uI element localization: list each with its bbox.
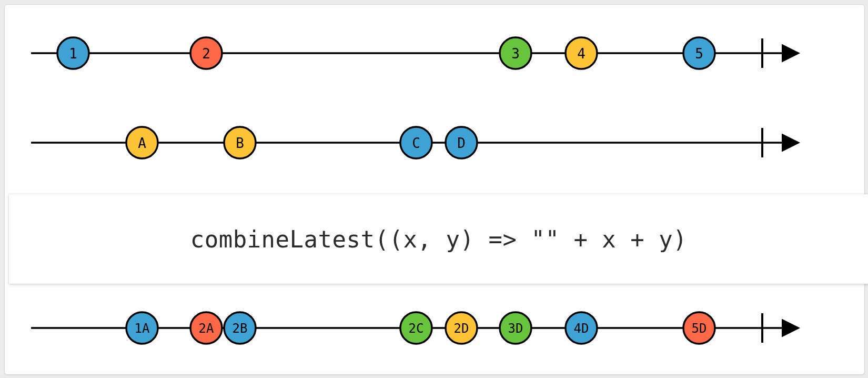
- marble-label: A: [138, 135, 146, 151]
- marble-output-2B[interactable]: 2B: [224, 312, 256, 344]
- marble-label: 2: [202, 46, 210, 62]
- marble-output-1A[interactable]: 1A: [126, 312, 158, 344]
- marble-diagram-svg: 12345ABCD1A2A2B2C2D3D4D5D: [5, 5, 864, 374]
- marble-source-1-1[interactable]: 1: [57, 37, 89, 69]
- marble-label: 4D: [574, 321, 589, 336]
- marble-label: B: [236, 135, 244, 151]
- marble-label: 1: [69, 46, 77, 62]
- operator-text: combineLatest((x, y) => "" + x + y): [190, 226, 688, 253]
- marble-output-2A[interactable]: 2A: [190, 312, 222, 344]
- marble-source-2-D[interactable]: D: [446, 127, 477, 158]
- marble-output-5D[interactable]: 5D: [683, 312, 715, 344]
- marble-label: D: [457, 135, 466, 151]
- diagram-frame: 12345ABCD1A2A2B2C2D3D4D5D combineLatest(…: [4, 4, 865, 375]
- marble-source-1-2[interactable]: 2: [190, 37, 222, 69]
- marble-label: 2A: [199, 321, 214, 336]
- marble-label: 5D: [692, 321, 707, 336]
- marble-source-1-4[interactable]: 4: [566, 37, 597, 69]
- marble-label: 3D: [508, 321, 523, 336]
- marble-source-2-B[interactable]: B: [224, 127, 256, 158]
- marble-source-2-C[interactable]: C: [400, 127, 432, 158]
- marble-label: 1A: [135, 321, 150, 336]
- marble-label: 5: [695, 46, 703, 62]
- marble-source-2-A[interactable]: A: [126, 127, 158, 158]
- marble-label: 4: [577, 46, 586, 62]
- marble-output-3D[interactable]: 3D: [500, 312, 531, 344]
- marble-source-1-5[interactable]: 5: [683, 37, 715, 69]
- marble-label: 3: [511, 46, 520, 62]
- operator-box: combineLatest((x, y) => "" + x + y): [9, 194, 868, 284]
- marble-source-1-3[interactable]: 3: [500, 37, 531, 69]
- marble-output-2D[interactable]: 2D: [446, 312, 477, 344]
- marble-label: 2D: [454, 321, 469, 336]
- marble-output-4D[interactable]: 4D: [566, 312, 597, 344]
- marble-label: 2C: [409, 321, 424, 336]
- marble-label: 2B: [233, 321, 248, 336]
- marble-label: C: [412, 135, 420, 151]
- marble-output-2C[interactable]: 2C: [400, 312, 432, 344]
